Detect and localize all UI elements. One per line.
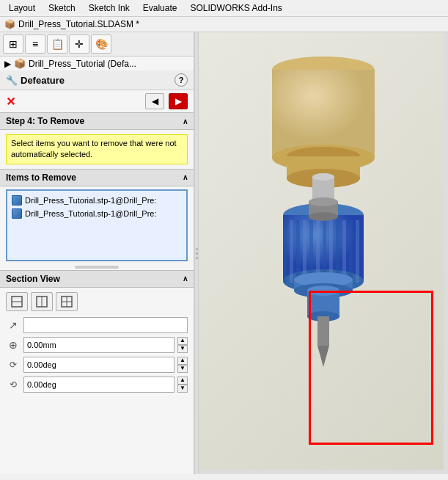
- svg-rect-21: [303, 220, 306, 283]
- arrow-icon: ↗: [6, 319, 21, 331]
- assembly-label: Drill_Press_Tutorial (Defa...: [29, 59, 136, 69]
- list-item: Drill_Press_Tutorial.stp-1@Drill_Pre:: [10, 207, 183, 220]
- help-button[interactable]: ?: [175, 73, 188, 87]
- resize-dot: [196, 252, 198, 255]
- panel-scroll[interactable]: 🔧 Defeature ? ✕ ◀ ▶ Step 4: To Remove ∧ …: [0, 70, 194, 474]
- file-icon: 📦: [4, 19, 15, 29]
- defeature-label: Defeature: [21, 75, 65, 86]
- item2-icon: [12, 208, 22, 219]
- menu-solidworks-addins[interactable]: SOLIDWORKS Add-Ins: [184, 1, 287, 15]
- item1-label: Drill_Press_Tutorial.stp-1@Drill_Pre:: [25, 196, 156, 205]
- assembly-icon: 📦: [14, 58, 26, 69]
- offset-input[interactable]: 0.00mm: [23, 337, 175, 353]
- list-item: Drill_Press_Tutorial.stp-1@Drill_Pre:: [10, 194, 183, 207]
- step4-info-box: Select items you want to remove that wer…: [6, 134, 188, 164]
- y-rotation-row: ⟲ 0.00deg ▲ ▼: [6, 377, 188, 393]
- y-rotation-input[interactable]: 0.00deg: [23, 377, 175, 393]
- feature-tree-button[interactable]: ⊞: [3, 34, 23, 54]
- view-btn-1[interactable]: [6, 292, 28, 311]
- item2-label: Drill_Press_Tutorial.stp-1@Drill_Pre:: [25, 209, 156, 218]
- section-view-content: ↗ ⊕ 0.00mm ▲ ▼ ⟳ 0.00deg: [0, 288, 194, 401]
- back-button[interactable]: ◀: [145, 93, 164, 109]
- defeature-icon: 🔧: [6, 75, 18, 86]
- step4-info-text: Select items you want to remove that wer…: [11, 139, 177, 159]
- svg-point-40: [309, 212, 338, 221]
- svg-rect-20: [296, 220, 300, 283]
- resize-dot: [196, 248, 198, 250]
- arrow-input-row: ↗: [6, 317, 188, 333]
- offset-spinners: ▲ ▼: [177, 337, 188, 353]
- resize-dot: [196, 257, 198, 259]
- x-rotation-spinners: ▲ ▼: [177, 357, 188, 373]
- offset-down[interactable]: ▼: [177, 345, 188, 353]
- svg-point-14: [312, 173, 334, 181]
- section-view-label: Section View: [6, 274, 60, 284]
- config-button[interactable]: 📋: [47, 34, 67, 54]
- x-rotation-input[interactable]: 0.00deg: [23, 357, 175, 373]
- main-area: ⊞ ≡ 📋 ✛ 🎨 ▶ 📦 Drill_Press_Tutorial (Defa…: [0, 32, 448, 474]
- arrow-input[interactable]: [23, 317, 188, 333]
- title-bar: 📦 Drill_Press_Tutorial.SLDASM *: [0, 17, 448, 32]
- svg-rect-27: [342, 220, 346, 283]
- svg-rect-29: [356, 220, 359, 283]
- left-panel: ⊞ ≡ 📋 ✛ 🎨 ▶ 📦 Drill_Press_Tutorial (Defa…: [0, 32, 194, 474]
- items-list[interactable]: Drill_Press_Tutorial.stp-1@Drill_Pre: Dr…: [6, 189, 188, 261]
- h-scrollbar[interactable]: [199, 470, 448, 474]
- y-rotation-down[interactable]: ▼: [177, 385, 188, 393]
- step4-chevron: ∧: [183, 117, 188, 126]
- step4-section-header[interactable]: Step 4: To Remove ∧: [0, 112, 194, 130]
- tree-item-assembly[interactable]: ▶ 📦 Drill_Press_Tutorial (Defa...: [0, 57, 194, 70]
- menu-layout[interactable]: Layout: [3, 1, 41, 15]
- step4-label: Step 4: To Remove: [6, 116, 84, 126]
- x-rotation-down[interactable]: ▼: [177, 365, 188, 373]
- x-rotation-icon: ⟳: [6, 360, 21, 370]
- selection-box: [309, 291, 433, 445]
- offset-icon: ⊕: [6, 339, 21, 351]
- item1-icon: [12, 195, 22, 206]
- y-rotation-up[interactable]: ▲: [177, 377, 188, 385]
- close-button[interactable]: ✕: [6, 95, 15, 109]
- offset-row: ⊕ 0.00mm ▲ ▼: [6, 337, 188, 353]
- file-title: Drill_Press_Tutorial.SLDASM *: [18, 19, 139, 29]
- menu-sketch[interactable]: Sketch: [43, 1, 81, 15]
- menu-bar: Layout Sketch Sketch Ink Evaluate SOLIDW…: [0, 0, 448, 17]
- v-scrollbar[interactable]: [444, 32, 448, 474]
- defeature-title: 🔧 Defeature: [6, 75, 65, 86]
- svg-rect-28: [349, 220, 353, 283]
- defeature-header: 🔧 Defeature ?: [0, 70, 194, 90]
- offset-up[interactable]: ▲: [177, 337, 188, 345]
- section-view-chevron: ∧: [183, 274, 188, 283]
- view-btn-2[interactable]: [31, 292, 53, 311]
- svg-point-39: [309, 197, 338, 206]
- model-area: [199, 32, 448, 474]
- forward-button[interactable]: ▶: [169, 93, 188, 109]
- view-btn-3[interactable]: [56, 292, 78, 311]
- items-to-remove-header[interactable]: Items to Remove ∧: [0, 169, 194, 186]
- x-rotation-row: ⟳ 0.00deg ▲ ▼: [6, 357, 188, 373]
- svg-rect-18: [283, 220, 287, 283]
- menu-evaluate[interactable]: Evaluate: [137, 1, 183, 15]
- action-row: ✕ ◀ ▶: [0, 90, 194, 112]
- items-chevron: ∧: [183, 173, 188, 181]
- y-rotation-spinners: ▲ ▼: [177, 377, 188, 393]
- x-rotation-up[interactable]: ▲: [177, 357, 188, 365]
- y-rotation-icon: ⟲: [6, 379, 21, 390]
- right-panel: [199, 32, 448, 474]
- toolbar-row: ⊞ ≡ 📋 ✛ 🎨: [0, 32, 194, 57]
- items-to-remove-label: Items to Remove: [6, 172, 76, 183]
- view-buttons: [6, 292, 188, 311]
- svg-rect-19: [290, 220, 293, 283]
- menu-sketch-ink[interactable]: Sketch Ink: [83, 1, 136, 15]
- section-view-header[interactable]: Section View ∧: [0, 270, 194, 288]
- appearance-button[interactable]: 🎨: [91, 34, 111, 54]
- tree-expand-arrow: ▶: [4, 59, 11, 69]
- property-button[interactable]: ≡: [25, 34, 45, 54]
- reference-button[interactable]: ✛: [69, 34, 89, 54]
